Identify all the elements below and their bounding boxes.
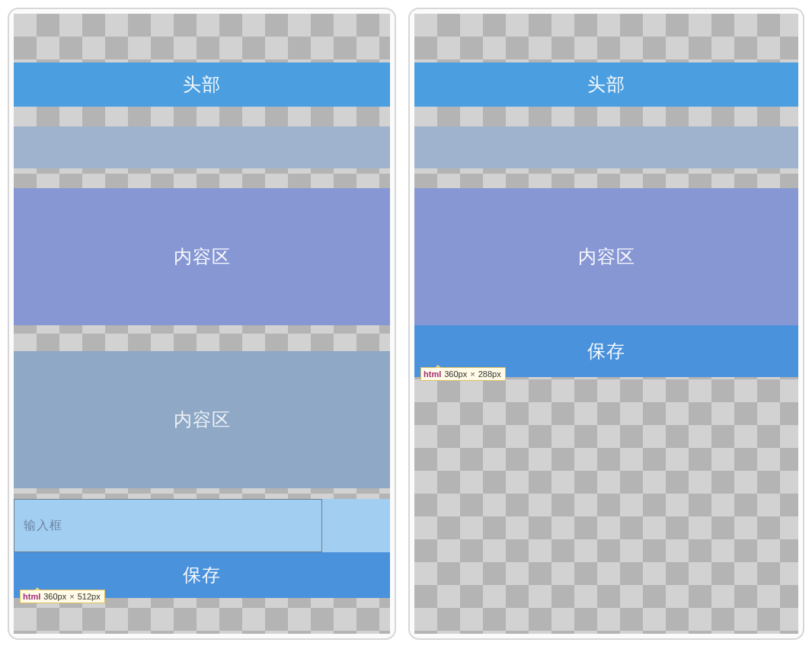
dimension-badge-right: html 360px × 288px	[420, 367, 506, 381]
layout-stack-left: 头部 内容区 内容区 输入框 保存	[14, 14, 390, 598]
content-area-1: 内容区	[14, 188, 390, 325]
header-label: 头部	[183, 72, 221, 97]
content-label-1: 内容区	[174, 245, 231, 269]
gap	[14, 168, 390, 188]
dim-width: 360px	[43, 591, 66, 602]
dim-tag: html	[424, 369, 441, 379]
preview-panel-left: 头部 内容区 内容区 输入框 保存 html 360px × 51	[8, 8, 396, 640]
content-label: 内容区	[578, 245, 635, 269]
header-bar: 头部	[414, 62, 798, 107]
content-area-2: 内容区	[14, 351, 390, 488]
text-input[interactable]: 输入框	[14, 499, 322, 552]
section-gap-1	[14, 126, 390, 168]
dim-height: 288px	[478, 369, 501, 379]
top-gap	[14, 14, 390, 62]
save-label: 保存	[587, 339, 625, 363]
header-label: 头部	[587, 72, 625, 97]
transparency-grid: 头部 内容区 内容区 输入框 保存 html 360px × 51	[14, 14, 390, 634]
save-label: 保存	[183, 563, 221, 587]
dim-times: ×	[470, 369, 475, 379]
dimension-badge-left: html 360px × 512px	[20, 590, 105, 603]
section-gap	[414, 126, 798, 168]
input-placeholder: 输入框	[24, 518, 62, 534]
gap	[14, 488, 390, 499]
dim-width: 360px	[444, 369, 467, 379]
gap	[414, 168, 798, 188]
content-label-2: 内容区	[174, 408, 231, 432]
header-bar: 头部	[14, 62, 390, 107]
dim-tag: html	[23, 591, 40, 602]
input-row: 输入框	[14, 499, 390, 552]
dim-times: ×	[69, 591, 74, 602]
top-gap	[414, 14, 798, 62]
gap	[14, 107, 390, 126]
preview-panel-right: 头部 内容区 保存 html 360px × 288px	[408, 8, 804, 640]
dim-height: 512px	[78, 591, 101, 602]
content-area: 内容区	[414, 188, 798, 325]
transparency-grid: 头部 内容区 保存 html 360px × 288px	[414, 14, 798, 634]
gap	[414, 107, 798, 126]
gap	[14, 325, 390, 351]
layout-stack-right: 头部 内容区 保存	[414, 14, 798, 377]
